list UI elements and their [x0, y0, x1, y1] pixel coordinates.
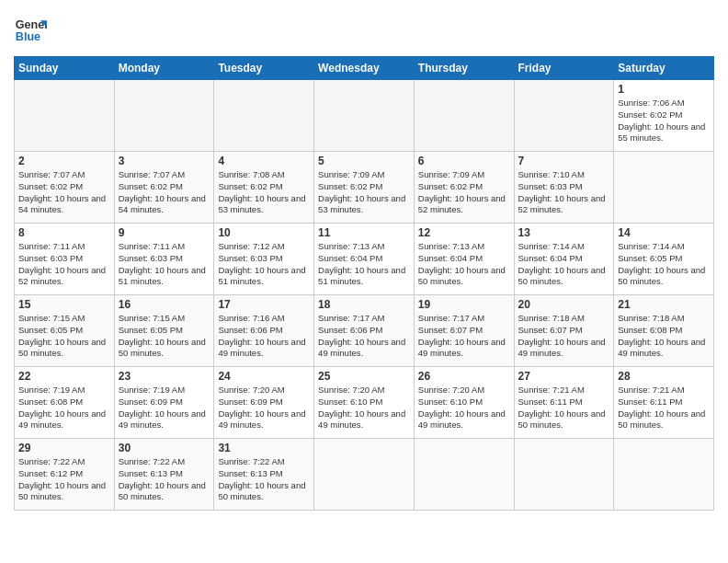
day-number: 13 [518, 226, 610, 239]
calendar-table: SundayMondayTuesdayWednesdayThursdayFrid… [14, 56, 714, 511]
day-number: 18 [318, 298, 410, 311]
calendar-cell: 3Sunrise: 7:07 AMSunset: 6:02 PMDaylight… [114, 152, 214, 224]
calendar-cell: 15Sunrise: 7:15 AMSunset: 6:05 PMDayligh… [15, 295, 115, 367]
day-info: Sunrise: 7:21 AMSunset: 6:11 PMDaylight:… [518, 385, 610, 431]
calendar-header-row: SundayMondayTuesdayWednesdayThursdayFrid… [15, 57, 714, 80]
calendar-cell: 20Sunrise: 7:18 AMSunset: 6:07 PMDayligh… [514, 295, 614, 367]
calendar-cell: 31Sunrise: 7:22 AMSunset: 6:13 PMDayligh… [214, 439, 314, 511]
day-number: 21 [618, 298, 710, 311]
day-info: Sunrise: 7:22 AMSunset: 6:13 PMDaylight:… [218, 456, 310, 503]
calendar-cell: 22Sunrise: 7:19 AMSunset: 6:08 PMDayligh… [15, 367, 115, 439]
week-row-4: 15Sunrise: 7:15 AMSunset: 6:05 PMDayligh… [15, 295, 714, 367]
calendar-cell: 25Sunrise: 7:20 AMSunset: 6:10 PMDayligh… [314, 367, 415, 439]
day-number: 25 [318, 370, 410, 383]
col-header-friday: Friday [514, 57, 614, 80]
week-row-2: 2Sunrise: 7:07 AMSunset: 6:02 PMDaylight… [15, 152, 714, 224]
week-row-5: 22Sunrise: 7:19 AMSunset: 6:08 PMDayligh… [15, 367, 714, 439]
col-header-monday: Monday [114, 57, 214, 80]
week-row-1: 1Sunrise: 7:06 AMSunset: 6:02 PMDaylight… [15, 80, 714, 152]
calendar-cell: 27Sunrise: 7:21 AMSunset: 6:11 PMDayligh… [514, 367, 614, 439]
day-info: Sunrise: 7:18 AMSunset: 6:07 PMDaylight:… [518, 313, 610, 360]
calendar-cell [114, 80, 214, 152]
col-header-sunday: Sunday [15, 57, 115, 80]
day-number: 19 [418, 298, 510, 311]
calendar-cell: 5Sunrise: 7:09 AMSunset: 6:02 PMDaylight… [314, 152, 415, 224]
calendar-cell: 2Sunrise: 7:07 AMSunset: 6:02 PMDaylight… [15, 152, 115, 224]
calendar-cell: 9Sunrise: 7:11 AMSunset: 6:03 PMDaylight… [114, 224, 214, 295]
col-header-saturday: Saturday [614, 57, 714, 80]
day-info: Sunrise: 7:14 AMSunset: 6:04 PMDaylight:… [518, 241, 610, 288]
day-number: 3 [119, 155, 210, 167]
day-number: 17 [218, 298, 310, 311]
day-number: 27 [518, 370, 610, 383]
day-number: 15 [18, 298, 110, 311]
day-number: 30 [119, 442, 210, 454]
calendar-cell [314, 439, 415, 511]
calendar-cell: 29Sunrise: 7:22 AMSunset: 6:12 PMDayligh… [15, 439, 115, 511]
calendar-cell: 28Sunrise: 7:21 AMSunset: 6:11 PMDayligh… [614, 367, 714, 439]
day-number: 23 [119, 370, 210, 383]
calendar-cell: 23Sunrise: 7:19 AMSunset: 6:09 PMDayligh… [114, 367, 214, 439]
day-number: 6 [418, 155, 510, 167]
calendar-cell: 19Sunrise: 7:17 AMSunset: 6:07 PMDayligh… [414, 295, 514, 367]
day-number: 9 [119, 226, 210, 239]
day-info: Sunrise: 7:06 AMSunset: 6:02 PMDaylight:… [618, 98, 710, 144]
calendar-cell: 18Sunrise: 7:17 AMSunset: 6:06 PMDayligh… [314, 295, 415, 367]
calendar-cell [514, 439, 614, 511]
calendar-cell: 24Sunrise: 7:20 AMSunset: 6:09 PMDayligh… [214, 367, 314, 439]
day-number: 31 [218, 442, 310, 454]
day-info: Sunrise: 7:19 AMSunset: 6:09 PMDaylight:… [119, 385, 210, 431]
logo: General Blue [14, 14, 47, 47]
day-info: Sunrise: 7:07 AMSunset: 6:02 PMDaylight:… [119, 169, 210, 216]
day-info: Sunrise: 7:22 AMSunset: 6:13 PMDaylight:… [119, 456, 210, 503]
day-number: 24 [218, 370, 310, 383]
day-info: Sunrise: 7:15 AMSunset: 6:05 PMDaylight:… [18, 313, 110, 360]
calendar-cell: 12Sunrise: 7:13 AMSunset: 6:04 PMDayligh… [414, 224, 514, 295]
calendar-cell [614, 152, 714, 224]
calendar-cell: 11Sunrise: 7:13 AMSunset: 6:04 PMDayligh… [314, 224, 415, 295]
day-info: Sunrise: 7:22 AMSunset: 6:12 PMDaylight:… [18, 456, 110, 503]
calendar-cell: 1Sunrise: 7:06 AMSunset: 6:02 PMDaylight… [614, 80, 714, 152]
calendar-cell [514, 80, 614, 152]
calendar-cell: 16Sunrise: 7:15 AMSunset: 6:05 PMDayligh… [114, 295, 214, 367]
calendar-cell: 8Sunrise: 7:11 AMSunset: 6:03 PMDaylight… [15, 224, 115, 295]
day-info: Sunrise: 7:12 AMSunset: 6:03 PMDaylight:… [218, 241, 310, 288]
day-info: Sunrise: 7:07 AMSunset: 6:02 PMDaylight:… [18, 169, 110, 216]
day-number: 8 [18, 226, 110, 239]
calendar-cell: 6Sunrise: 7:09 AMSunset: 6:02 PMDaylight… [414, 152, 514, 224]
day-info: Sunrise: 7:11 AMSunset: 6:03 PMDaylight:… [18, 241, 110, 288]
calendar-cell: 26Sunrise: 7:20 AMSunset: 6:10 PMDayligh… [414, 367, 514, 439]
day-number: 16 [119, 298, 210, 311]
day-number: 4 [218, 155, 310, 167]
day-number: 1 [618, 83, 710, 96]
day-info: Sunrise: 7:09 AMSunset: 6:02 PMDaylight:… [418, 169, 510, 216]
day-number: 26 [418, 370, 510, 383]
day-info: Sunrise: 7:10 AMSunset: 6:03 PMDaylight:… [518, 169, 610, 216]
day-number: 28 [618, 370, 710, 383]
day-info: Sunrise: 7:16 AMSunset: 6:06 PMDaylight:… [218, 313, 310, 360]
page-header: General Blue [14, 14, 714, 47]
day-info: Sunrise: 7:18 AMSunset: 6:08 PMDaylight:… [618, 313, 710, 360]
day-info: Sunrise: 7:21 AMSunset: 6:11 PMDaylight:… [618, 385, 710, 431]
calendar-cell: 7Sunrise: 7:10 AMSunset: 6:03 PMDaylight… [514, 152, 614, 224]
week-row-3: 8Sunrise: 7:11 AMSunset: 6:03 PMDaylight… [15, 224, 714, 295]
day-number: 29 [18, 442, 110, 454]
day-number: 11 [318, 226, 410, 239]
calendar-cell [414, 80, 514, 152]
day-info: Sunrise: 7:13 AMSunset: 6:04 PMDaylight:… [418, 241, 510, 288]
day-number: 14 [618, 226, 710, 239]
calendar-cell: 17Sunrise: 7:16 AMSunset: 6:06 PMDayligh… [214, 295, 314, 367]
day-info: Sunrise: 7:17 AMSunset: 6:06 PMDaylight:… [318, 313, 410, 360]
svg-text:Blue: Blue [16, 30, 40, 43]
day-info: Sunrise: 7:17 AMSunset: 6:07 PMDaylight:… [418, 313, 510, 360]
calendar-cell [314, 80, 415, 152]
day-number: 22 [18, 370, 110, 383]
day-number: 7 [518, 155, 610, 167]
day-info: Sunrise: 7:20 AMSunset: 6:10 PMDaylight:… [418, 385, 510, 431]
calendar-cell: 14Sunrise: 7:14 AMSunset: 6:05 PMDayligh… [614, 224, 714, 295]
logo-icon: General Blue [14, 14, 47, 47]
col-header-wednesday: Wednesday [314, 57, 415, 80]
day-info: Sunrise: 7:08 AMSunset: 6:02 PMDaylight:… [218, 169, 310, 216]
calendar-cell [414, 439, 514, 511]
calendar-cell: 4Sunrise: 7:08 AMSunset: 6:02 PMDaylight… [214, 152, 314, 224]
